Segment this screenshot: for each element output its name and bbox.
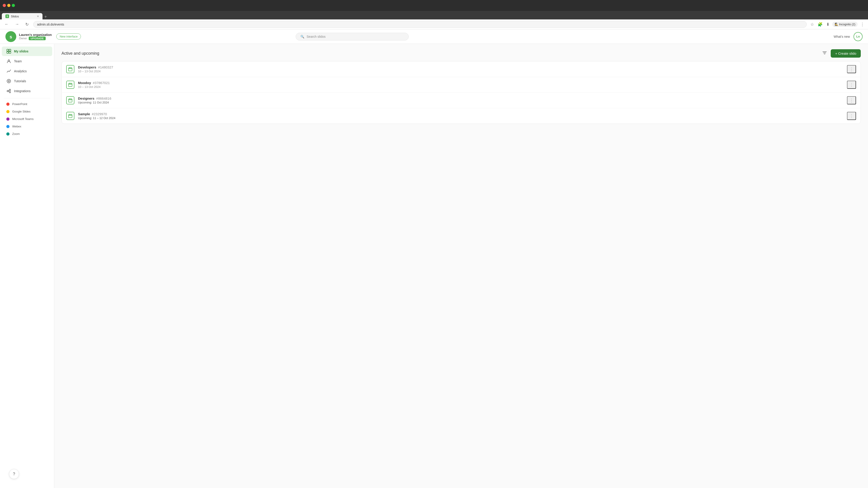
extensions-icon[interactable]: 🧩 (817, 21, 824, 28)
sidebar-item-team[interactable]: Team (2, 57, 52, 66)
sidebar-item-analytics[interactable]: Analytics (2, 66, 52, 76)
powerpoint-label: PowerPoint (12, 102, 27, 106)
event-icon-developers (66, 65, 74, 73)
new-tab-btn[interactable]: + (42, 14, 49, 20)
logo-area: s Lauren's organization Owner UPGRADE (5, 31, 52, 42)
sidebar-integration-powerpoint[interactable]: PowerPoint (2, 101, 52, 107)
filter-btn[interactable] (821, 50, 828, 57)
browser-tab[interactable]: S Slidos × (2, 13, 42, 20)
event-more-designers[interactable]: ⋮ (847, 96, 856, 104)
nav-refresh-btn[interactable]: ↻ (24, 21, 31, 28)
sidebar-integration-google-slides[interactable]: Google Slides (2, 108, 52, 115)
help-btn[interactable]: ? (9, 469, 19, 479)
zoom-label: Zoom (12, 132, 20, 135)
event-row-sample[interactable]: Sample #2329970 Upcoming: 11 – 12 Oct 20… (62, 108, 861, 124)
window-close-btn[interactable] (3, 4, 6, 7)
svg-point-8 (8, 80, 9, 82)
section-header: Active and upcoming + Create slido (61, 49, 861, 58)
event-id-moodoy: #37867021 (93, 81, 110, 85)
sidebar-item-my-slidos[interactable]: My slidos (2, 46, 52, 56)
svg-point-10 (9, 89, 11, 91)
event-date-value-designers: 11 Oct 2024 (93, 101, 109, 104)
event-date-sample: Upcoming: 11 – 12 Oct 2024 (78, 116, 843, 120)
app-header: s Lauren's organization Owner UPGRADE Ne… (0, 29, 868, 44)
event-row-moodoy[interactable]: Moodoy #37867021 10 – 13 Oct 2024 ⋮ (62, 77, 861, 93)
event-info-moodoy: Moodoy #37867021 10 – 13 Oct 2024 (78, 81, 843, 89)
search-icon: 🔍 (301, 35, 304, 38)
sidebar-item-integrations[interactable]: Integrations (2, 86, 52, 96)
sidebar-integration-microsoft-teams[interactable]: Microsoft Teams (2, 116, 52, 123)
incognito-badge[interactable]: 🕵 Incognito (2) (832, 22, 858, 27)
event-name-row-sample: Sample #2329970 (78, 112, 843, 116)
svg-rect-4 (7, 52, 8, 53)
svg-point-7 (7, 79, 11, 83)
svg-rect-5 (9, 52, 11, 53)
webex-dot (6, 125, 9, 128)
event-date-developers: 10 – 13 Oct 2024 (78, 70, 843, 73)
webex-label: Webex (12, 125, 21, 128)
url-input[interactable] (33, 21, 807, 28)
event-more-sample[interactable]: ⋮ (847, 112, 856, 120)
tab-bar: S Slidos × + (0, 11, 868, 20)
powerpoint-dot (6, 103, 9, 106)
svg-line-13 (8, 91, 9, 92)
main-layout: My slidos Team Analytics (0, 44, 868, 488)
window-controls (3, 4, 15, 7)
event-row-developers[interactable]: Developers #1480327 10 – 13 Oct 2024 ⋮ (62, 61, 861, 77)
sidebar-item-analytics-label: Analytics (14, 69, 27, 73)
event-info-designers: Designers #8664816 Upcoming: 11 Oct 2024 (78, 96, 843, 104)
event-date-moodoy: 10 – 13 Oct 2024 (78, 85, 843, 89)
analytics-icon (6, 69, 11, 74)
upgrade-badge[interactable]: UPGRADE (29, 37, 46, 40)
org-role: Owner (19, 37, 27, 40)
microsoft-teams-label: Microsoft Teams (12, 117, 33, 121)
bookmark-icon[interactable]: ☆ (809, 21, 815, 28)
tutorials-icon (6, 78, 11, 84)
org-role-row: Owner UPGRADE (19, 37, 52, 40)
sidebar-item-my-slidos-label: My slidos (14, 50, 29, 53)
search-bar[interactable]: 🔍 Search slidos (296, 33, 409, 40)
google-slides-dot (6, 110, 9, 113)
event-date-value-sample: 11 – 12 Oct 2024 (93, 116, 116, 120)
event-icon-moodoy (66, 80, 74, 89)
event-more-developers[interactable]: ⋮ (847, 65, 856, 73)
whats-new-btn[interactable]: What's new (834, 35, 850, 38)
tab-close-btn[interactable]: × (37, 14, 39, 18)
event-id-sample: #2329970 (92, 112, 107, 116)
event-icon-sample (66, 112, 74, 120)
svg-text:s: s (9, 34, 12, 39)
nav-back-btn[interactable]: ← (3, 21, 10, 28)
event-more-moodoy[interactable]: ⋮ (847, 80, 856, 89)
sidebar-integration-zoom[interactable]: Zoom (2, 130, 52, 137)
svg-rect-29 (68, 115, 72, 118)
new-interface-btn[interactable]: New interface (56, 33, 81, 39)
my-slidos-icon (6, 49, 11, 54)
org-name: Lauren's organization (19, 33, 52, 37)
avatar-btn[interactable]: Ln (854, 32, 863, 41)
address-bar: ← → ↻ ☆ 🧩 ⬇ 🕵 Incognito (2) ⋮ (0, 20, 868, 29)
upcoming-label-designers: Upcoming: (78, 101, 92, 104)
window-min-btn[interactable] (7, 4, 10, 7)
sidebar: My slidos Team Analytics (0, 44, 54, 488)
event-name-row-moodoy: Moodoy #37867021 (78, 81, 843, 85)
event-info-developers: Developers #1480327 10 – 13 Oct 2024 (78, 65, 843, 73)
address-actions: ☆ 🧩 ⬇ 🕵 Incognito (2) ⋮ (809, 21, 865, 28)
nav-forward-btn[interactable]: → (13, 21, 21, 28)
team-icon (6, 59, 11, 64)
download-icon[interactable]: ⬇ (825, 21, 831, 28)
events-container: Developers #1480327 10 – 13 Oct 2024 ⋮ (61, 61, 861, 124)
menu-icon[interactable]: ⋮ (860, 21, 865, 28)
upcoming-label-sample: Upcoming: (78, 116, 92, 120)
create-slido-btn[interactable]: + Create slido (831, 49, 861, 58)
event-name-moodoy: Moodoy (78, 81, 91, 85)
window-max-btn[interactable] (12, 4, 15, 7)
svg-rect-17 (68, 68, 72, 71)
sidebar-integration-webex[interactable]: Webex (2, 123, 52, 130)
section-title: Active and upcoming (61, 51, 99, 56)
svg-rect-2 (7, 49, 8, 51)
sidebar-item-tutorials[interactable]: Tutorials (2, 76, 52, 86)
event-id-designers: #8664816 (96, 96, 112, 100)
event-row-designers[interactable]: Designers #8664816 Upcoming: 11 Oct 2024… (62, 93, 861, 108)
svg-line-12 (8, 90, 9, 91)
sidebar-item-integrations-label: Integrations (14, 89, 31, 93)
